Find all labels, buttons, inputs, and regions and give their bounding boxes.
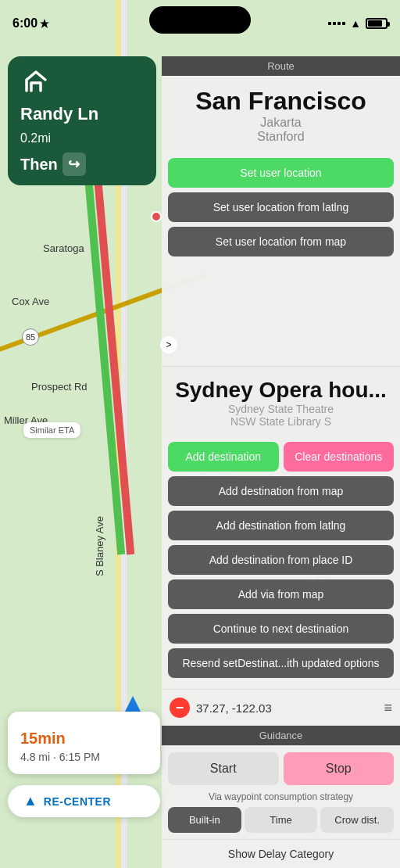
stop-button[interactable]: Stop [284, 752, 395, 785]
status-time: 6:00 [12, 16, 49, 30]
dest-city: Sydney Opera hou... [170, 378, 392, 403]
signal-bars [328, 22, 345, 25]
map-label-saratoga: Saratoga [43, 242, 84, 254]
eta-card: 15min 4.8 mi · 6:15 PM [8, 712, 160, 774]
wifi-icon: ▲ [350, 17, 361, 30]
similar-eta-badge: Similar ETA [23, 422, 80, 438]
dynamic-island [149, 6, 251, 34]
add-via-from-map-button[interactable]: Add via from map [168, 579, 394, 609]
remove-waypoint-button[interactable]: − [170, 698, 190, 718]
right-panel: Route San Francisco Jakarta Stanford Set… [162, 56, 400, 868]
strategy-label: Via waypoint consumption strategy [168, 791, 394, 802]
guidance-section-header: Guidance [162, 726, 400, 745]
nav-distance: 0.2mi [20, 124, 144, 148]
waypoint-coords: 37.27, -122.03 [196, 701, 377, 715]
start-stop-row: Start Stop [168, 752, 394, 785]
strategy-builtin-button[interactable]: Built-in [168, 807, 241, 833]
start-button[interactable]: Start [168, 752, 279, 785]
strategy-crowdist-button[interactable]: Crow dist. [320, 807, 394, 833]
map-label-85: 85 [22, 328, 39, 346]
battery-fill [368, 20, 382, 27]
status-icons: ▲ [328, 17, 388, 30]
user-location-section: Set user location Set user location from… [162, 152, 400, 366]
signal-dot-1 [328, 22, 331, 25]
location-icon [40, 19, 49, 28]
strategy-row: Built-in Time Crow dist. [168, 807, 394, 833]
origin-city: San Francisco [170, 87, 392, 116]
set-user-location-latlng-button[interactable]: Set user location from latlng [168, 192, 394, 222]
show-delay-row[interactable]: Show Delay Category [162, 839, 400, 868]
waypoint-menu-button[interactable]: ≡ [384, 700, 392, 716]
add-destination-from-latlng-button[interactable]: Add destination from latlng [168, 511, 394, 540]
map-label-blaney: S Blaney Ave [94, 516, 105, 576]
eta-time: 15min [20, 723, 148, 749]
clear-destinations-button[interactable]: Clear destinations [284, 442, 395, 472]
signal-dot-3 [338, 22, 341, 25]
set-user-location-map-button[interactable]: Set user location from map [168, 227, 394, 256]
origin-display: San Francisco Jakarta Stanford [162, 76, 400, 152]
add-destination-button[interactable]: Add destination [168, 442, 279, 472]
map-pin [151, 211, 162, 222]
signal-dot-4 [342, 22, 345, 25]
dest-sub1: Sydney State Theatre [170, 403, 392, 415]
turn-icon [20, 67, 52, 99]
recenter-button[interactable]: ▲ RE-CENTER [8, 785, 160, 817]
recenter-label: RE-CENTER [44, 795, 111, 808]
add-destination-from-map-button[interactable]: Add destination from map [168, 476, 394, 506]
nav-street: Randy Ln [20, 105, 144, 124]
route-section-header: Route [162, 56, 400, 76]
destination-buttons-section: Add destination Clear destinations Add d… [162, 436, 400, 689]
map-label-cox: Cox Ave [12, 296, 49, 307]
then-turn-icon: ↪ [62, 152, 86, 176]
signal-dot-2 [333, 22, 336, 25]
nav-then: Then ↪ [20, 152, 144, 176]
add-clear-row: Add destination Clear destinations [168, 442, 394, 472]
map-label-prospect: Prospect Rd [31, 381, 88, 393]
origin-sub2: Stanford [170, 130, 392, 144]
resend-options-button[interactable]: Resend setDestinat...ith updated options [168, 648, 394, 678]
expand-panel-arrow[interactable]: > [160, 336, 177, 353]
navigation-card: Randy Ln 0.2mi Then ↪ [8, 56, 156, 185]
destination-display: Sydney Opera hou... Sydney State Theatre… [162, 366, 400, 436]
continue-next-destination-button[interactable]: Continue to next destination [168, 614, 394, 644]
recenter-arrow-icon: ▲ [23, 793, 38, 809]
origin-sub1: Jakarta [170, 116, 392, 130]
set-user-location-button[interactable]: Set user location [168, 158, 394, 188]
eta-details: 4.8 mi · 6:15 PM [20, 751, 148, 763]
guidance-section: Start Stop Via waypoint consumption stra… [162, 745, 400, 839]
add-destination-from-place-id-button[interactable]: Add destination from place ID [168, 545, 394, 575]
battery-icon [366, 18, 388, 29]
strategy-time-button[interactable]: Time [245, 807, 318, 833]
dest-sub2: NSW State Library S [170, 415, 392, 428]
waypoint-row: − 37.27, -122.03 ≡ [162, 689, 400, 726]
